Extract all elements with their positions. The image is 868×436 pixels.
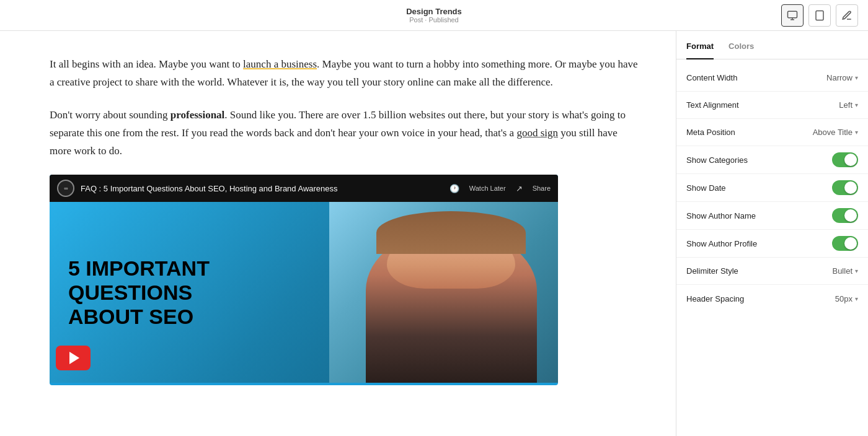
panel-body: Content Width Narrow ▾ Text Alignment Le… [676, 59, 868, 317]
tablet-view-button[interactable] [808, 4, 831, 27]
value-content-width: Narrow [826, 73, 852, 82]
chevron-meta-position: ▾ [855, 129, 858, 136]
video-header: ∞ FAQ : 5 Important Questions About SEO,… [50, 175, 558, 202]
tab-format[interactable]: Format [686, 32, 714, 59]
main-layout: It all begins with an idea. Maybe you wa… [0, 31, 868, 436]
bold-professional: professional [170, 109, 225, 121]
chevron-delimiter-style: ▾ [855, 268, 858, 274]
video-clock-icon: 🕐 [450, 184, 459, 193]
chevron-content-width: ▾ [855, 74, 858, 81]
site-name: Design Trends [406, 7, 462, 16]
video-play-button[interactable] [56, 346, 91, 370]
video-header-controls: 🕐 Watch Later ↗ Share [450, 184, 551, 193]
row-header-spacing: Header Spacing 50px ▾ [676, 285, 868, 312]
toggle-show-date[interactable] [832, 180, 858, 195]
site-status: Post · Published [406, 16, 462, 24]
video-woman-figure [345, 211, 558, 383]
tablet-icon [814, 10, 825, 21]
tab-colors[interactable]: Colors [728, 32, 754, 59]
toggle-show-author-profile[interactable] [832, 236, 858, 251]
row-show-categories: Show Categories [676, 146, 868, 174]
label-meta-position: Meta Position [686, 128, 735, 137]
row-text-alignment: Text Alignment Left ▾ [676, 92, 868, 119]
device-toolbar [781, 4, 858, 27]
chevron-header-spacing: ▾ [855, 295, 858, 302]
label-text-alignment: Text Alignment [686, 100, 739, 110]
video-title: FAQ : 5 Important Questions About SEO, H… [81, 184, 338, 193]
label-show-date: Show Date [686, 183, 726, 193]
row-content-width: Content Width Narrow ▾ [676, 64, 868, 92]
select-meta-position[interactable]: Above Title ▾ [813, 128, 858, 137]
value-delimiter-style: Bullet [832, 266, 852, 276]
select-header-spacing[interactable]: 50px ▾ [835, 294, 858, 303]
row-show-author-profile: Show Author Profile [676, 230, 868, 258]
video-body: 5 IMPORTANT QUESTIONS ABOUT SEO [50, 202, 558, 383]
link-good-sign[interactable]: good sign [516, 127, 558, 139]
label-header-spacing: Header Spacing [686, 294, 744, 303]
label-show-author-profile: Show Author Profile [686, 239, 757, 248]
select-delimiter-style[interactable]: Bullet ▾ [832, 266, 858, 276]
label-content-width: Content Width [686, 73, 737, 82]
svg-rect-3 [816, 11, 823, 20]
paragraph-1: It all begins with an idea. Maybe you wa… [50, 56, 639, 92]
link-launch-business[interactable]: launch a business [243, 58, 317, 70]
value-text-alignment: Left [839, 100, 852, 110]
site-info: Design Trends Post · Published [406, 7, 462, 24]
edit-mode-button[interactable] [836, 4, 858, 27]
panel-tabs: Format Colors [676, 31, 868, 59]
pencil-ruler-icon [841, 10, 852, 21]
toggle-show-categories[interactable] [832, 152, 858, 167]
row-meta-position: Meta Position Above Title ▾ [676, 119, 868, 146]
svg-line-5 [843, 11, 851, 20]
video-watch-later[interactable]: Watch Later [469, 185, 506, 192]
video-logo-icon: ∞ [57, 180, 74, 197]
right-panel: Format Colors Content Width Narrow ▾ Tex… [676, 31, 868, 436]
select-content-width[interactable]: Narrow ▾ [826, 73, 858, 82]
row-show-date: Show Date [676, 174, 868, 202]
video-embed: ∞ FAQ : 5 Important Questions About SEO,… [50, 175, 558, 385]
label-delimiter-style: Delimiter Style [686, 266, 738, 276]
label-show-categories: Show Categories [686, 155, 748, 165]
label-show-author-name: Show Author Name [686, 211, 756, 220]
select-text-alignment[interactable]: Left ▾ [839, 100, 858, 110]
toggle-show-author-name[interactable] [832, 208, 858, 223]
video-share-label[interactable]: Share [533, 185, 551, 192]
chevron-text-alignment: ▾ [855, 102, 858, 108]
row-delimiter-style: Delimiter Style Bullet ▾ [676, 258, 868, 285]
top-bar: Design Trends Post · Published [0, 0, 868, 31]
row-show-author-name: Show Author Name [676, 202, 868, 230]
desktop-icon [787, 10, 798, 21]
video-share-icon: ↗ [516, 184, 523, 193]
value-header-spacing: 50px [835, 294, 852, 303]
content-area: It all begins with an idea. Maybe you wa… [0, 31, 676, 436]
paragraph-2: Don't worry about sounding professional.… [50, 107, 639, 160]
desktop-view-button[interactable] [781, 4, 804, 27]
value-meta-position: Above Title [813, 128, 852, 137]
svg-rect-0 [788, 11, 797, 18]
